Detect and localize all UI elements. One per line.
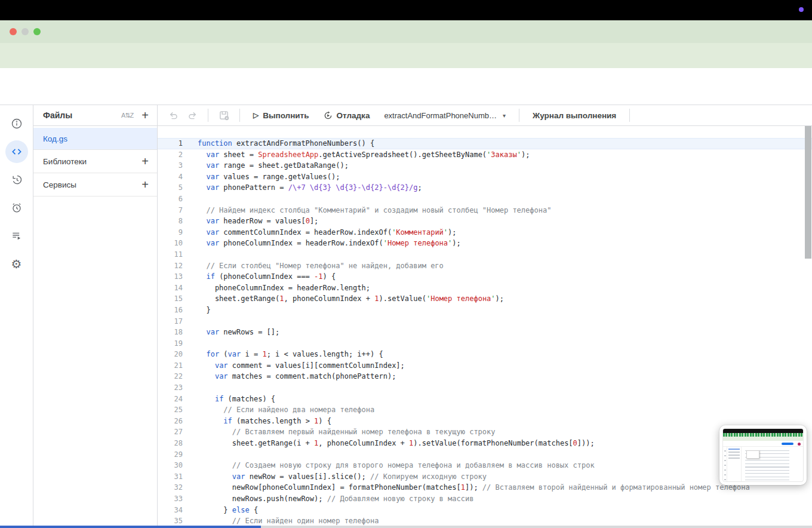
code-line[interactable]: 18 var newRows = [];	[158, 327, 812, 338]
line-number: 34	[158, 505, 183, 516]
code-line[interactable]: 21 var comment = values[i][commentColumn…	[158, 360, 812, 372]
editor-scrollbar-thumb[interactable]	[805, 126, 811, 259]
code-text[interactable]: // Вставляем первый найденный номер теле…	[183, 426, 496, 438]
rail-item-editor[interactable]	[5, 140, 28, 163]
line-number: 11	[158, 249, 183, 260]
debug-button[interactable]: Отладка	[319, 108, 375, 123]
file-item-kod-gs[interactable]: Код.gs	[33, 128, 157, 150]
code-text[interactable]: var sheet = SpreadsheetApp.getActiveSpre…	[183, 149, 530, 161]
code-text[interactable]: var matches = comment.match(phonePattern…	[183, 371, 396, 382]
code-text[interactable]	[183, 194, 198, 205]
code-line[interactable]: 13 if (phoneColumnIndex === -1) {	[158, 271, 812, 283]
code-line[interactable]: 19	[158, 338, 812, 349]
code-line[interactable]: 31 var newRow = values[i].slice(); // Ко…	[158, 471, 812, 483]
code-text[interactable]: var phoneColumnIndex = headerRow.indexOf…	[183, 238, 461, 249]
close-window-button[interactable]	[10, 28, 17, 35]
code-line[interactable]: 30 // Создаем новую строку для второго н…	[158, 460, 812, 471]
code-text[interactable]: if (matches.length > 1) {	[183, 416, 331, 427]
code-line[interactable]: 1function extractAndFormatPhoneNumbers()…	[158, 138, 812, 149]
code-line[interactable]: 17	[158, 316, 812, 327]
code-line[interactable]: 10 var phoneColumnIndex = headerRow.inde…	[158, 238, 812, 249]
code-text[interactable]: // Если столбец "Номер телефона" не найд…	[183, 260, 444, 272]
code-text[interactable]: // Если найден один номер телефона	[183, 515, 379, 526]
code-line[interactable]: 25 // Если найдено два номера телефона	[158, 404, 812, 416]
code-text[interactable]: sheet.getRange(1, phoneColumnIndex + 1).…	[183, 293, 504, 305]
code-text[interactable]	[183, 338, 198, 349]
rail-item-project-history[interactable]	[5, 168, 28, 191]
code-line[interactable]: 16 }	[158, 305, 812, 316]
code-text[interactable]: var headerRow = values[0];	[183, 216, 318, 227]
zoom-window-button[interactable]	[33, 28, 41, 35]
code-text[interactable]: var newRows = [];	[183, 327, 279, 338]
code-text[interactable]: // Найдем индекс столбца "Комментарий" и…	[183, 205, 551, 216]
code-line[interactable]: 24 if (matches) {	[158, 394, 812, 405]
sort-az-icon[interactable]: A⇅Z	[121, 112, 133, 119]
code-line[interactable]: 7 // Найдем индекс столбца "Комментарий"…	[158, 205, 812, 216]
code-line[interactable]: 4 var values = range.getValues();	[158, 171, 812, 183]
code-text[interactable]: if (matches) {	[183, 394, 275, 405]
function-selector[interactable]: extractAndFormatPhoneNumb… ▾	[379, 111, 510, 120]
code-line[interactable]: 23	[158, 382, 812, 394]
code-line[interactable]: 27 // Вставляем первый найденный номер т…	[158, 426, 812, 438]
code-line[interactable]: 2 var sheet = SpreadsheetApp.getActiveSp…	[158, 149, 812, 161]
undo-button[interactable]	[166, 108, 180, 122]
save-button[interactable]	[217, 108, 231, 122]
code-text[interactable]: // Создаем новую строку для второго номе…	[183, 460, 595, 471]
code-text[interactable]	[183, 382, 198, 394]
code-text[interactable]	[183, 316, 198, 327]
code-line[interactable]: 15 sheet.getRange(1, phoneColumnIndex + …	[158, 293, 812, 305]
redo-button[interactable]	[185, 108, 199, 122]
code-text[interactable]: phoneColumnIndex = headerRow.length;	[183, 283, 370, 294]
code-text[interactable]: newRows.push(newRow); // Добавляем новую…	[183, 493, 473, 505]
rail-item-triggers[interactable]	[5, 197, 28, 219]
code-line[interactable]: 14 phoneColumnIndex = headerRow.length;	[158, 283, 812, 294]
minimize-window-button[interactable]	[21, 28, 29, 35]
code-line[interactable]: 6	[158, 194, 812, 205]
add-file-button[interactable]: +	[142, 109, 149, 121]
code-line[interactable]: 9 var commentColumnIndex = headerRow.ind…	[158, 227, 812, 238]
code-line[interactable]: 28 sheet.getRange(i + 1, phoneColumnInde…	[158, 438, 812, 449]
rail-item-overview[interactable]	[5, 112, 28, 135]
code-text[interactable]: }	[183, 305, 211, 316]
line-number: 29	[158, 449, 183, 461]
execution-log-button[interactable]: Журнал выполнения	[528, 108, 621, 123]
code-line[interactable]: 34 } else {	[158, 505, 812, 516]
code-line[interactable]: 33 newRows.push(newRow); // Добавляем но…	[158, 493, 812, 505]
code-text[interactable]: var values = range.getValues();	[183, 171, 340, 183]
rail-item-executions[interactable]	[5, 225, 28, 247]
code-text[interactable]: } else {	[183, 505, 258, 516]
code-line[interactable]: 20 for (var i = 1; i < values.length; i+…	[158, 349, 812, 360]
code-line[interactable]: 11	[158, 249, 812, 260]
rail-item-settings[interactable]: ⚙	[5, 253, 28, 275]
code-text[interactable]: var comment = values[i][commentColumnInd…	[183, 360, 405, 372]
code-text[interactable]	[183, 249, 198, 260]
code-line[interactable]: 35 // Если найден один номер телефона	[158, 515, 812, 526]
services-section[interactable]: Сервисы +	[33, 173, 157, 197]
code-text[interactable]: for (var i = 1; i < values.length; i++) …	[183, 349, 383, 360]
code-lines[interactable]: 1function extractAndFormatPhoneNumbers()…	[158, 126, 812, 526]
code-line[interactable]: 26 if (matches.length > 1) {	[158, 416, 812, 427]
code-text[interactable]: function extractAndFormatPhoneNumbers() …	[183, 138, 374, 149]
code-text[interactable]: newRow[phoneColumnIndex] = formatPhoneNu…	[183, 482, 750, 493]
code-text[interactable]: // Если найдено два номера телефона	[183, 404, 374, 416]
add-library-button[interactable]: +	[142, 155, 149, 167]
code-text[interactable]: if (phoneColumnIndex === -1) {	[183, 271, 336, 283]
code-text[interactable]: var phonePattern = /\+7 \d{3} \d{3}-\d{2…	[183, 182, 422, 194]
add-service-button[interactable]: +	[142, 179, 149, 191]
code-line[interactable]: 5 var phonePattern = /\+7 \d{3} \d{3}-\d…	[158, 182, 812, 194]
screen-share-pip-preview[interactable]	[719, 425, 807, 485]
libraries-section[interactable]: Библиотеки +	[33, 150, 157, 173]
code-line[interactable]: 12 // Если столбец "Номер телефона" не н…	[158, 260, 812, 272]
code-line[interactable]: 22 var matches = comment.match(phonePatt…	[158, 371, 812, 382]
code-line[interactable]: 32 newRow[phoneColumnIndex] = formatPhon…	[158, 482, 812, 493]
code-line[interactable]: 3 var range = sheet.getDataRange();	[158, 160, 812, 171]
code-line[interactable]: 8 var headerRow = values[0];	[158, 216, 812, 227]
code-editor[interactable]: 1function extractAndFormatPhoneNumbers()…	[158, 126, 812, 526]
code-text[interactable]: sheet.getRange(i + 1, phoneColumnIndex +…	[183, 438, 595, 449]
code-text[interactable]: var newRow = values[i].slice(); // Копир…	[183, 471, 487, 483]
code-line[interactable]: 29	[158, 449, 812, 461]
code-text[interactable]: var commentColumnIndex = headerRow.index…	[183, 227, 457, 238]
run-button[interactable]: ▷ Выполнить	[248, 108, 314, 123]
code-text[interactable]	[183, 449, 198, 461]
code-text[interactable]: var range = sheet.getDataRange();	[183, 160, 349, 171]
